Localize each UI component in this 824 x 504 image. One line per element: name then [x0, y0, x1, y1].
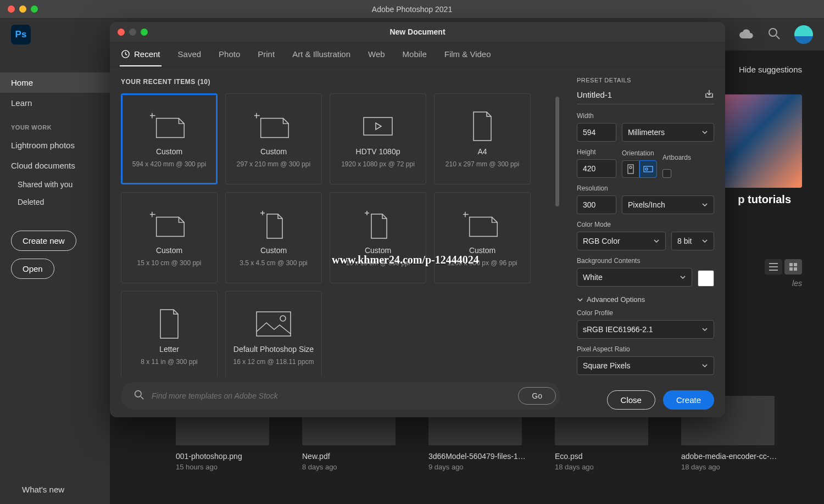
preset-item[interactable]: A4210 x 297 mm @ 300 ppi	[434, 93, 531, 184]
preset-subtitle: 16 x 12 cm @ 118.11 ppcm	[233, 358, 314, 366]
search-icon	[134, 390, 144, 402]
bg-contents-select[interactable]: White	[577, 268, 692, 287]
dialog-max-dot[interactable]	[141, 29, 148, 36]
preset-item[interactable]: HDTV 1080p1920 x 1080 px @ 72 ppi	[330, 93, 426, 184]
tab-web[interactable]: Web	[367, 43, 386, 65]
preset-item[interactable]: Custom15 x 10 cm @ 300 ppi	[121, 192, 218, 283]
tab-print[interactable]: Print	[257, 43, 276, 65]
width-input[interactable]	[577, 123, 616, 142]
tab-film-video[interactable]: Film & Video	[443, 43, 492, 65]
preset-details-panel: PRESET DETAILS Untitled-1 Width Millimet…	[566, 67, 725, 417]
preset-subtitle: 594 x 420 mm @ 300 ppi	[132, 160, 206, 168]
preset-item[interactable]: Custom1200 x 800 px @ 96 ppi	[434, 192, 531, 283]
resolution-label: Resolution	[577, 184, 714, 192]
svg-point-12	[280, 316, 286, 321]
svg-point-16	[630, 166, 632, 169]
bg-contents-label: Background Contents	[577, 257, 714, 265]
save-preset-icon[interactable]	[704, 89, 714, 100]
dialog-tabs: RecentSavedPhotoPrintArt & IllustrationW…	[110, 42, 725, 67]
dialog-create-button[interactable]: Create	[663, 390, 714, 410]
preset-item[interactable]: Custom3.5 x 4.5 cm @ 300 ppi	[225, 192, 322, 283]
color-mode-label: Color Mode	[577, 221, 714, 228]
tab-mobile[interactable]: Mobile	[402, 43, 428, 65]
sidebar-item-cloud[interactable]: Cloud documents	[0, 155, 110, 176]
sidebar-item-home[interactable]: Home	[0, 72, 110, 93]
filter-text: les	[792, 279, 802, 288]
height-label: Height	[577, 148, 616, 156]
go-button[interactable]: Go	[518, 387, 556, 405]
preset-icon	[359, 209, 397, 242]
preset-item[interactable]: Letter8 x 11 in @ 300 ppi	[121, 291, 218, 377]
bg-color-swatch[interactable]	[698, 270, 714, 287]
dialog-close-dot[interactable]	[118, 29, 125, 36]
preset-item[interactable]: Custom594 x 420 mm @ 300 ppi	[121, 93, 218, 184]
window-close-button[interactable]	[8, 5, 15, 13]
preset-item[interactable]: Default Photoshop Size16 x 12 cm @ 118.1…	[225, 291, 322, 377]
sidebar-item-lightroom[interactable]: Lightroom photos	[0, 135, 110, 155]
tab-recent[interactable]: Recent	[120, 43, 162, 66]
user-avatar[interactable]	[794, 25, 813, 44]
hide-suggestions-link[interactable]: Hide suggestions	[739, 65, 802, 74]
svg-rect-8	[794, 267, 797, 271]
preset-icon	[150, 209, 188, 242]
color-profile-select[interactable]: sRGB IEC61966-2.1	[577, 320, 714, 339]
artboards-checkbox[interactable]	[662, 169, 671, 178]
recent-file-name: adobe-media-encoder-cc-2021-windows.jpg	[681, 452, 780, 461]
color-mode-select[interactable]: RGB Color	[577, 232, 666, 250]
svg-rect-4	[769, 270, 778, 271]
preset-item[interactable]: Custom10 x 15 cm @ 300 ppi	[330, 192, 426, 283]
whats-new-link[interactable]: What's new	[22, 485, 64, 494]
preset-title: A4	[477, 147, 487, 156]
document-name-input[interactable]: Untitled-1	[577, 90, 704, 99]
tab-photo[interactable]: Photo	[218, 43, 241, 65]
bit-depth-select[interactable]: 8 bit	[671, 232, 714, 250]
preset-subtitle: 210 x 297 mm @ 300 ppi	[446, 160, 519, 168]
recent-file-name: New.pdf	[302, 452, 401, 461]
pixel-aspect-label: Pixel Aspect Ratio	[577, 345, 714, 353]
preset-title: Letter	[159, 345, 179, 354]
orientation-portrait-button[interactable]	[622, 160, 639, 178]
svg-rect-10	[364, 117, 392, 135]
recent-file-name: Eco.psd	[555, 452, 654, 461]
sidebar-item-deleted[interactable]: Deleted	[0, 193, 110, 211]
stock-search-input[interactable]	[152, 391, 510, 400]
preset-item[interactable]: Custom297 x 210 mm @ 300 ppi	[225, 93, 322, 184]
recent-file-time: 18 days ago	[555, 463, 654, 471]
ps-logo[interactable]: Ps	[11, 25, 31, 44]
svg-rect-2	[769, 263, 778, 264]
resolution-unit-select[interactable]: Pixels/Inch	[622, 195, 714, 214]
sidebar-item-learn[interactable]: Learn	[0, 93, 110, 113]
tab-saved[interactable]: Saved	[177, 43, 203, 65]
stock-search-bar: Go	[121, 382, 560, 410]
svg-line-14	[141, 396, 143, 399]
svg-point-18	[645, 168, 648, 170]
preset-title: Default Photoshop Size	[233, 345, 314, 354]
dialog-close-button[interactable]: Close	[607, 390, 655, 410]
svg-rect-11	[257, 312, 291, 336]
sidebar-item-shared[interactable]: Shared with you	[0, 176, 110, 193]
resolution-input[interactable]	[577, 195, 616, 214]
preset-subtitle: 1920 x 1080 px @ 72 ppi	[341, 160, 415, 168]
create-new-button[interactable]: Create new	[11, 231, 76, 251]
pixel-aspect-select[interactable]: Square Pixels	[577, 356, 714, 375]
advanced-options-toggle[interactable]: Advanced Options	[577, 295, 714, 304]
open-button[interactable]: Open	[11, 259, 54, 279]
preset-icon	[254, 209, 293, 242]
preset-icon	[150, 110, 188, 143]
grid-view-button[interactable]	[784, 259, 802, 275]
presets-scrollbar[interactable]	[555, 97, 559, 206]
window-maximize-button[interactable]	[31, 5, 38, 13]
orientation-landscape-button[interactable]	[639, 160, 657, 178]
tab-art-illustration[interactable]: Art & Illustration	[291, 43, 352, 65]
artboards-label: Artboards	[662, 154, 691, 161]
height-input[interactable]	[577, 159, 616, 178]
preset-subtitle: 15 x 10 cm @ 300 ppi	[137, 259, 202, 267]
recent-file-time: 8 days ago	[302, 463, 401, 471]
preset-title: Custom	[365, 246, 391, 255]
window-minimize-button[interactable]	[19, 5, 26, 13]
cloud-icon[interactable]	[739, 29, 754, 41]
width-unit-select[interactable]: Millimeters	[622, 123, 714, 142]
search-icon[interactable]	[768, 27, 780, 42]
preset-title: Custom	[156, 246, 182, 255]
list-view-button[interactable]	[765, 259, 782, 275]
